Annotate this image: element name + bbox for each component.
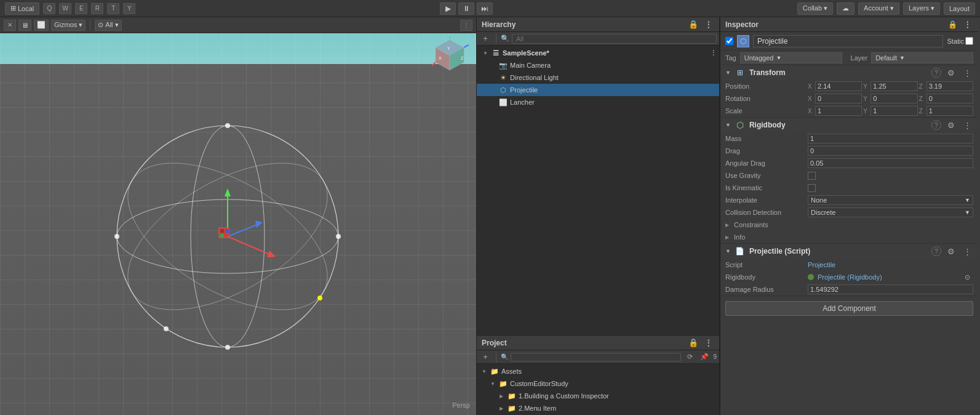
gizmos-dropdown[interactable]: Gizmos ▾ xyxy=(51,20,86,31)
static-checkbox[interactable] xyxy=(965,37,973,45)
layout-button[interactable]: Layout xyxy=(944,2,975,15)
step-button[interactable]: ⏭ xyxy=(477,2,493,15)
scene-menu-icon[interactable]: ⋮ xyxy=(460,20,472,31)
inspector-menu-icon[interactable]: ⋮ xyxy=(961,19,973,30)
collab-button[interactable]: Collab ▾ xyxy=(797,2,833,15)
pos-z-input[interactable] xyxy=(926,81,973,91)
script-menu-icon[interactable]: ⋮ xyxy=(961,246,973,257)
tag-dropdown[interactable]: Untagged ▼ xyxy=(740,52,842,63)
transform-tool-e[interactable]: E xyxy=(75,3,87,14)
object-active-checkbox[interactable] xyxy=(725,37,733,45)
hierarchy-item-lancher[interactable]: ⬜ Lancher xyxy=(477,96,719,108)
position-xyz-group: X Y Z xyxy=(808,81,973,91)
constraints-row[interactable]: ▶ Constraints xyxy=(720,219,978,231)
rigidbody-ref-row: Rigidbody Projectile (Rigidbody) ⊙ xyxy=(720,271,978,283)
rot-z-input[interactable] xyxy=(926,94,973,103)
pos-x-label: X xyxy=(808,83,814,90)
scene-view[interactable]: Y Z X Persp xyxy=(0,33,476,415)
top-bar-left: ⊞ Local Q W E R T Y xyxy=(5,2,135,15)
project-lock-icon[interactable]: 🔒 xyxy=(687,337,699,349)
rigidbody-menu-icon[interactable]: ⋮ xyxy=(961,119,973,131)
project-item-assets[interactable]: ▼ 📁 Assets xyxy=(477,365,719,377)
interpolate-label: Interpolate xyxy=(725,196,805,204)
camera-icon: 📷 xyxy=(499,61,508,70)
local-button[interactable]: ⊞ Local xyxy=(5,2,39,15)
project-search-input[interactable] xyxy=(511,353,681,361)
layers-button[interactable]: Layers ▾ xyxy=(903,2,940,15)
mass-input[interactable] xyxy=(808,134,973,143)
render-mode-dropdown[interactable]: ⬜ xyxy=(34,20,49,31)
cloud-button[interactable]: ☁ xyxy=(837,2,855,15)
rigidbody-help-icon[interactable]: ? xyxy=(931,120,941,130)
hierarchy-item-samplescene[interactable]: ▼ ☰ SampleScene* ⋮ xyxy=(477,47,719,59)
scene-close-icon[interactable]: ✕ xyxy=(4,20,16,31)
lancher-icon: ⬜ xyxy=(499,98,508,107)
project-menu-icon[interactable]: ⋮ xyxy=(702,337,714,349)
script-header[interactable]: ▼ 📄 Projectile (Script) ? ⚙ ⋮ xyxy=(720,244,978,259)
info-row[interactable]: ▶ Info xyxy=(720,231,978,243)
svg-rect-18 xyxy=(220,229,224,233)
project-add-button[interactable]: + xyxy=(479,352,492,363)
project-item-menuitem[interactable]: ▶ 📁 2.Menu Item xyxy=(477,402,719,414)
building-label: 1.Building a Custom Inspector xyxy=(519,392,609,400)
pos-y-input[interactable] xyxy=(870,81,917,91)
transform-header[interactable]: ▼ ⊞ Transform ? ⚙ ⋮ xyxy=(720,65,978,80)
hierarchy-item-maincamera[interactable]: 📷 Main Camera xyxy=(477,59,719,71)
collision-arrow-icon: ▼ xyxy=(965,209,970,216)
hierarchy-add-button[interactable]: + xyxy=(479,33,492,44)
add-component-button[interactable]: Add Component xyxy=(725,301,973,316)
rigidbody-ref-pick-icon[interactable]: ⊙ xyxy=(961,272,973,283)
transform-settings-icon[interactable]: ⚙ xyxy=(945,67,957,78)
transform-tool-t[interactable]: T xyxy=(107,3,119,14)
transform-tool-w[interactable]: W xyxy=(59,3,71,14)
account-button[interactable]: Account ▾ xyxy=(858,2,899,15)
hierarchy-search-input[interactable] xyxy=(512,34,717,44)
drag-input[interactable] xyxy=(808,146,973,156)
transform-tool-y[interactable]: Y xyxy=(123,3,135,14)
rigidbody-settings-icon[interactable]: ⚙ xyxy=(945,119,957,131)
nav-cube[interactable]: Y Z X xyxy=(430,36,470,76)
view-mode-dropdown[interactable]: 🖥 xyxy=(18,20,31,31)
layer-dropdown[interactable]: Default ▼ xyxy=(871,52,973,63)
hierarchy-lock-icon[interactable]: 🔒 xyxy=(687,19,699,30)
object-name-input[interactable] xyxy=(753,35,943,47)
is-kinematic-checkbox[interactable] xyxy=(808,184,816,192)
interpolate-dropdown[interactable]: None ▼ xyxy=(808,195,973,205)
rot-y-input[interactable] xyxy=(870,94,917,103)
play-button[interactable]: ▶ xyxy=(440,2,456,15)
pos-x-input[interactable] xyxy=(815,81,862,91)
hierarchy-item-directionallight[interactable]: ☀ Directional Light xyxy=(477,71,719,84)
scale-z-input[interactable] xyxy=(926,106,973,116)
toolbar-separator xyxy=(90,20,90,30)
rot-x-input[interactable] xyxy=(815,94,862,103)
scene-menu-btn[interactable]: ⋮ xyxy=(707,47,719,58)
proj-refresh-icon[interactable]: ⟳ xyxy=(683,352,696,363)
use-gravity-checkbox[interactable] xyxy=(808,172,816,180)
script-help-icon[interactable]: ? xyxy=(931,246,941,256)
angular-drag-input[interactable] xyxy=(808,158,973,168)
info-label: Info xyxy=(734,233,745,241)
transform-tool-q[interactable]: Q xyxy=(43,3,55,14)
svg-text:Z: Z xyxy=(461,56,464,60)
scale-y-input[interactable] xyxy=(870,106,917,116)
scale-x-input[interactable] xyxy=(815,106,862,116)
hierarchy-item-projectile[interactable]: ⬡ Projectile xyxy=(477,84,719,96)
transform-tool-r[interactable]: R xyxy=(91,3,103,14)
all-dropdown[interactable]: ⊙ All ▾ xyxy=(95,20,121,31)
script-settings-icon[interactable]: ⚙ xyxy=(945,246,957,257)
folder-icon-assets: 📁 xyxy=(490,368,499,376)
proj-search-icon: 🔍 xyxy=(501,353,508,360)
arrow-building: ▶ xyxy=(498,392,505,400)
pause-button[interactable]: ⏸ xyxy=(458,2,474,15)
transform-menu-icon[interactable]: ⋮ xyxy=(961,67,973,78)
project-item-customeditor[interactable]: ▼ 📁 CustomEditorStudy xyxy=(477,377,719,390)
collision-detection-dropdown[interactable]: Discrete ▼ xyxy=(808,208,973,217)
transform-help-icon[interactable]: ? xyxy=(931,68,941,78)
hierarchy-menu-icon[interactable]: ⋮ xyxy=(702,19,714,30)
inspector-lock-icon[interactable]: 🔒 xyxy=(948,20,957,29)
rigidbody-header[interactable]: ▼ ⬡ Rigidbody ? ⚙ ⋮ xyxy=(720,118,978,132)
project-item-building[interactable]: ▶ 📁 1.Building a Custom Inspector xyxy=(477,390,719,402)
damage-radius-input[interactable] xyxy=(808,284,973,294)
proj-pin-icon[interactable]: 📌 xyxy=(698,352,711,363)
svg-point-8 xyxy=(225,345,230,350)
